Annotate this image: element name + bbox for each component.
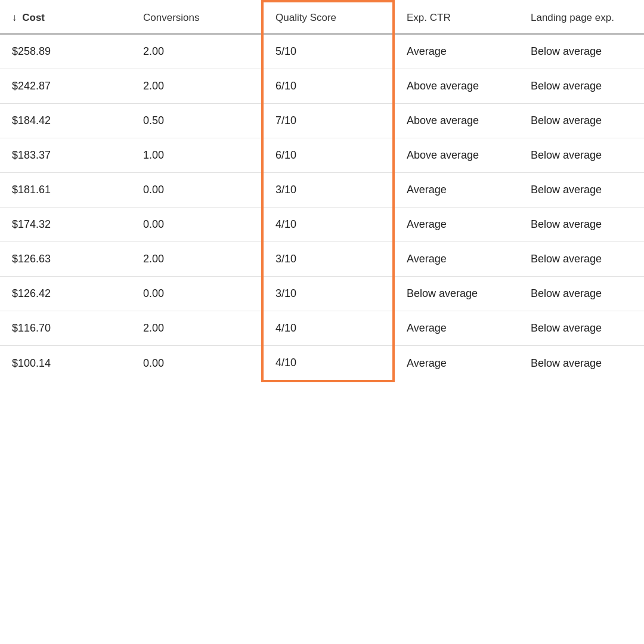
quality-score-cell: 4/10 — [262, 208, 394, 242]
conversions-cell: 0.00 — [131, 346, 262, 382]
exp-ctr-cell: Average — [394, 346, 519, 382]
cost-cell: $242.87 — [0, 69, 131, 104]
landing-page-cell: Below average — [519, 69, 644, 104]
quality-score-cell: 3/10 — [262, 277, 394, 311]
landing-page-cell: Below average — [519, 34, 644, 69]
table-row: $126.632.003/10AverageBelow average — [0, 242, 644, 277]
cost-cell: $100.14 — [0, 346, 131, 382]
table-row: $174.320.004/10AverageBelow average — [0, 208, 644, 242]
landing-page-cell: Below average — [519, 104, 644, 138]
quality-score-cell: 6/10 — [262, 138, 394, 173]
quality-score-cell: 7/10 — [262, 104, 394, 138]
cost-cell: $183.37 — [0, 138, 131, 173]
table-row: $100.140.004/10AverageBelow average — [0, 346, 644, 382]
exp-ctr-cell: Average — [394, 34, 519, 69]
conversions-cell: 2.00 — [131, 69, 262, 104]
conversions-cell: 1.00 — [131, 138, 262, 173]
conversions-cell: 0.00 — [131, 173, 262, 208]
table-row: $242.872.006/10Above averageBelow averag… — [0, 69, 644, 104]
cost-cell: $116.70 — [0, 311, 131, 346]
quality-score-cell: 5/10 — [262, 34, 394, 69]
sort-down-icon: ↓ — [12, 12, 17, 23]
table-header-row: ↓ Cost Conversions Quality Score Exp. CT… — [0, 1, 644, 34]
data-table: ↓ Cost Conversions Quality Score Exp. CT… — [0, 0, 644, 382]
conversions-cell: 2.00 — [131, 34, 262, 69]
landing-page-cell: Below average — [519, 208, 644, 242]
exp-ctr-cell: Below average — [394, 277, 519, 311]
conversions-cell: 2.00 — [131, 311, 262, 346]
quality-score-cell: 4/10 — [262, 311, 394, 346]
table-row: $116.702.004/10AverageBelow average — [0, 311, 644, 346]
exp-ctr-column-header[interactable]: Exp. CTR — [394, 1, 519, 34]
cost-cell: $174.32 — [0, 208, 131, 242]
quality-score-cell: 3/10 — [262, 242, 394, 277]
table-row: $258.892.005/10AverageBelow average — [0, 34, 644, 69]
landing-page-header-label: Landing page exp. — [531, 12, 614, 23]
cost-cell: $126.42 — [0, 277, 131, 311]
quality-score-header-label: Quality Score — [275, 12, 336, 23]
cost-cell: $126.63 — [0, 242, 131, 277]
quality-score-cell: 6/10 — [262, 69, 394, 104]
table-row: $183.371.006/10Above averageBelow averag… — [0, 138, 644, 173]
cost-column-header[interactable]: ↓ Cost — [0, 1, 131, 34]
landing-page-cell: Below average — [519, 311, 644, 346]
quality-score-cell: 3/10 — [262, 173, 394, 208]
landing-page-cell: Below average — [519, 138, 644, 173]
exp-ctr-cell: Average — [394, 311, 519, 346]
cost-cell: $184.42 — [0, 104, 131, 138]
conversions-header-label: Conversions — [143, 12, 200, 23]
conversions-cell: 0.00 — [131, 208, 262, 242]
conversions-cell: 0.50 — [131, 104, 262, 138]
conversions-column-header[interactable]: Conversions — [131, 1, 262, 34]
landing-page-cell: Below average — [519, 346, 644, 382]
landing-page-cell: Below average — [519, 242, 644, 277]
exp-ctr-cell: Average — [394, 173, 519, 208]
exp-ctr-cell: Above average — [394, 69, 519, 104]
quality-score-cell: 4/10 — [262, 346, 394, 382]
exp-ctr-cell: Above average — [394, 104, 519, 138]
table-row: $181.610.003/10AverageBelow average — [0, 173, 644, 208]
exp-ctr-cell: Average — [394, 242, 519, 277]
conversions-cell: 0.00 — [131, 277, 262, 311]
exp-ctr-header-label: Exp. CTR — [407, 12, 451, 23]
table-row: $184.420.507/10Above averageBelow averag… — [0, 104, 644, 138]
cost-cell: $258.89 — [0, 34, 131, 69]
table-row: $126.420.003/10Below averageBelow averag… — [0, 277, 644, 311]
exp-ctr-cell: Average — [394, 208, 519, 242]
table-container: ↓ Cost Conversions Quality Score Exp. CT… — [0, 0, 644, 644]
cost-cell: $181.61 — [0, 173, 131, 208]
landing-page-cell: Below average — [519, 277, 644, 311]
landing-page-column-header[interactable]: Landing page exp. — [519, 1, 644, 34]
cost-header-label: Cost — [22, 12, 45, 23]
conversions-cell: 2.00 — [131, 242, 262, 277]
exp-ctr-cell: Above average — [394, 138, 519, 173]
table-body: $258.892.005/10AverageBelow average$242.… — [0, 34, 644, 381]
quality-score-column-header[interactable]: Quality Score — [262, 1, 394, 34]
landing-page-cell: Below average — [519, 173, 644, 208]
